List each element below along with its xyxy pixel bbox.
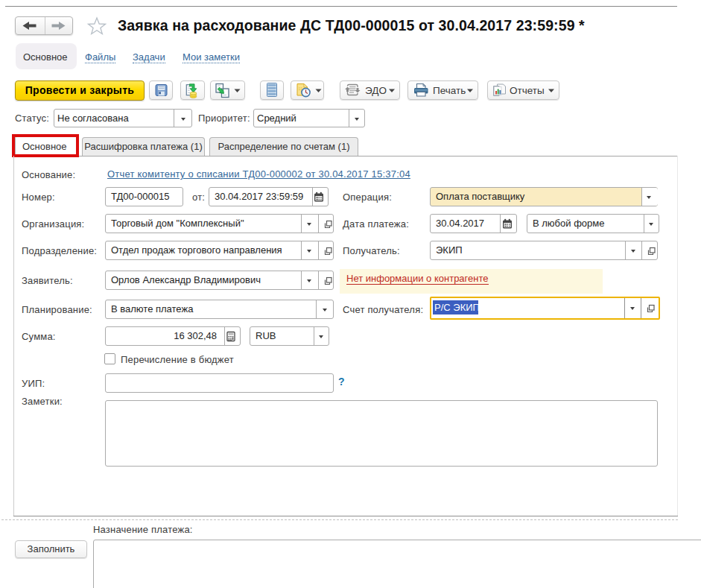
svg-text:ЭДО: ЭДО xyxy=(365,85,387,96)
svg-text:Печать: Печать xyxy=(433,85,466,96)
svg-text:Отчеты: Отчеты xyxy=(510,85,545,96)
